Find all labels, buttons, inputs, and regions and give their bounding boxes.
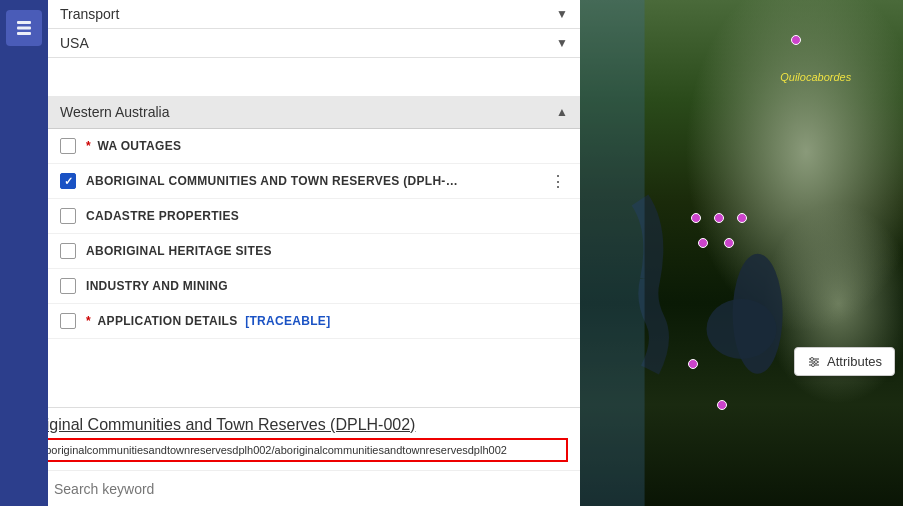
transport-dropdown-arrow: ▼ [556, 7, 568, 21]
checkbox-aboriginal-heritage[interactable] [60, 243, 76, 259]
feature-id-value: aboriginalcommunitiesandtownreservesdplh… [39, 444, 507, 456]
svg-rect-2 [17, 32, 31, 35]
wa-section-title: Western Australia [60, 104, 169, 120]
bottom-panel: Aboriginal Communities and Town Reserves… [0, 407, 580, 506]
attributes-icon [807, 355, 821, 369]
map-marker-2 [691, 213, 701, 223]
layer-label-wa-outages: * WA OUTAGES [86, 139, 181, 153]
country-dropdown[interactable]: USA ▼ [48, 29, 580, 58]
wa-section: Western Australia ▲ * WA OUTAGES ABORIGI… [48, 96, 580, 339]
country-dropdown-arrow: ▼ [556, 36, 568, 50]
place-label: Quilocabordes [780, 71, 851, 83]
main-container: Transport ▼ USA ▼ Western Australia ▲ * [0, 0, 903, 506]
sidebar-icon-bar [0, 0, 48, 506]
layer-item-aboriginal-heritage[interactable]: ABORIGINAL HERITAGE SITES [48, 234, 580, 269]
checkbox-wa-outages[interactable] [60, 138, 76, 154]
layer-item-aboriginal-communities[interactable]: ABORIGINAL COMMUNITIES AND TOWN RESERVES… [48, 164, 580, 199]
wa-collapse-arrow: ▲ [556, 105, 568, 119]
svg-rect-10 [580, 0, 645, 506]
map-marker-1 [791, 35, 801, 45]
svg-point-9 [707, 299, 777, 359]
checkbox-cadastre[interactable] [60, 208, 76, 224]
layer-label-aboriginal-heritage: ABORIGINAL HERITAGE SITES [86, 244, 272, 258]
layer-label-aboriginal-communities: ABORIGINAL COMMUNITIES AND TOWN RESERVES… [86, 174, 458, 188]
checkbox-aboriginal-communities[interactable] [60, 173, 76, 189]
search-bar [0, 470, 580, 506]
layers-toggle-button[interactable] [6, 10, 42, 46]
map-marker-3 [714, 213, 724, 223]
svg-point-14 [811, 357, 814, 360]
traceable-badge: [TRACEABLE] [242, 314, 331, 328]
svg-point-16 [812, 363, 815, 366]
layer-item-application-details[interactable]: * APPLICATION DETAILS [TRACEABLE] [48, 304, 580, 339]
layer-sidebar: Transport ▼ USA ▼ Western Australia ▲ * [0, 0, 580, 506]
layer-label-industry-mining: INDUSTRY AND MINING [86, 279, 228, 293]
required-star-wa-outages: * [86, 139, 95, 153]
attributes-button-label: Attributes [827, 354, 882, 369]
attributes-button[interactable]: Attributes [794, 347, 895, 376]
map-svg-overlay [580, 0, 903, 506]
layer-options-button-aboriginal[interactable]: ⋮ [546, 169, 570, 193]
wa-section-header[interactable]: Western Australia ▲ [48, 96, 580, 129]
map-marker-7 [688, 359, 698, 369]
map-background: Quilocabordes Attributes [580, 0, 903, 506]
feature-title: Aboriginal Communities and Town Reserves… [0, 408, 580, 436]
layer-label-application-details: * APPLICATION DETAILS [TRACEABLE] [86, 314, 330, 328]
layer-item-industry-mining[interactable]: INDUSTRY AND MINING [48, 269, 580, 304]
map-marker-4 [737, 213, 747, 223]
layer-list: * WA OUTAGES ABORIGINAL COMMUNITIES AND … [48, 129, 580, 339]
svg-rect-0 [17, 21, 31, 24]
layer-label-cadastre: CADASTRE PROPERTIES [86, 209, 239, 223]
map-marker-8 [717, 400, 727, 410]
required-star-app-details: * [86, 314, 95, 328]
feature-id-box: ID: aboriginalcommunitiesandtownreserves… [12, 438, 568, 462]
layer-item-cadastre[interactable]: CADASTRE PROPERTIES [48, 199, 580, 234]
layer-item-wa-outages[interactable]: * WA OUTAGES [48, 129, 580, 164]
transport-dropdown-label: Transport [60, 6, 119, 22]
svg-rect-1 [17, 27, 31, 30]
checkbox-application-details[interactable] [60, 313, 76, 329]
country-dropdown-label: USA [60, 35, 89, 51]
svg-point-15 [815, 360, 818, 363]
search-input[interactable] [54, 481, 568, 497]
checkbox-industry-mining[interactable] [60, 278, 76, 294]
layer-panel: Transport ▼ USA ▼ [48, 0, 580, 96]
transport-dropdown[interactable]: Transport ▼ [48, 0, 580, 29]
map-marker-5 [698, 238, 708, 248]
map-marker-6 [724, 238, 734, 248]
map-area[interactable]: Quilocabordes Attributes [580, 0, 903, 506]
layers-icon [14, 18, 34, 38]
